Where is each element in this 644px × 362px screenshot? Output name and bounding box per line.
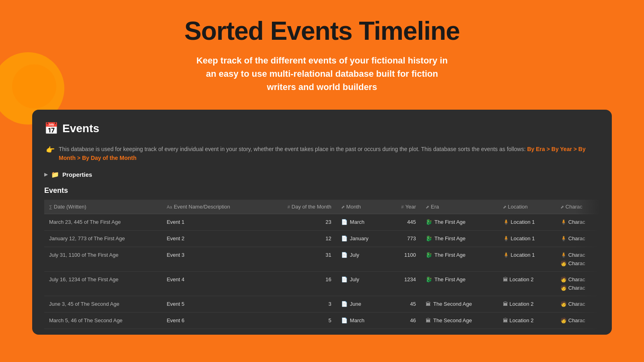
cell-era: 🐉The First Age (421, 271, 498, 296)
card-title: Events (62, 122, 99, 135)
col-name: AaEvent Name/Description (162, 200, 262, 214)
table-fade-overlay (576, 200, 600, 329)
cell-year: 46 (387, 312, 421, 329)
info-text: This database is used for keeping track … (59, 145, 598, 163)
cell-date: July 31, 1100 of The First Age (44, 247, 162, 271)
card-title-row: 📅 Events (44, 122, 600, 135)
cell-month: 📄March (336, 214, 387, 230)
cell-era: 🐉The First Age (421, 247, 498, 271)
cell-era: 🏛The Second Age (421, 312, 498, 329)
properties-label: Properties (62, 171, 92, 178)
cell-location: 🧍Location 1 (498, 247, 556, 271)
info-icon: 👉 (46, 145, 55, 154)
header: Sorted Events Timeline Keep track of the… (0, 0, 644, 106)
cell-name: Event 4 (162, 271, 262, 296)
info-box: 👉 This database is used for keeping trac… (44, 145, 600, 163)
cell-day: 23 (263, 214, 336, 230)
col-month: ⬈Month (336, 200, 387, 214)
cell-year: 445 (387, 214, 421, 230)
table-row[interactable]: July 31, 1100 of The First AgeEvent 331📄… (44, 247, 600, 271)
cell-day: 12 (263, 230, 336, 247)
cell-day: 5 (263, 312, 336, 329)
col-day: #Day of the Month (263, 200, 336, 214)
cell-month: 📄July (336, 247, 387, 271)
cell-month: 📄July (336, 271, 387, 296)
properties-toggle[interactable]: ▶ 📁 Properties (44, 171, 600, 178)
cell-month: 📄January (336, 230, 387, 247)
cell-year: 1100 (387, 247, 421, 271)
cell-day: 3 (263, 296, 336, 312)
cell-name: Event 5 (162, 296, 262, 312)
cell-month: 📄June (336, 296, 387, 312)
cell-month: 📄March (336, 312, 387, 329)
cell-date: March 5, 46 of The Second Age (44, 312, 162, 329)
cell-location: 🧍Location 1 (498, 214, 556, 230)
card-icon: 📅 (44, 122, 58, 135)
cell-location: 🏛Location 2 (498, 312, 556, 329)
properties-folder-icon: 📁 (51, 171, 59, 178)
database-card: 📅 Events 👉 This database is used for kee… (32, 110, 612, 335)
col-year: #Year (387, 200, 421, 214)
table-row[interactable]: March 23, 445 of The First AgeEvent 123📄… (44, 214, 600, 230)
col-location: ⬈Location (498, 200, 556, 214)
table-row[interactable]: January 12, 773 of The First AgeEvent 21… (44, 230, 600, 247)
cell-name: Event 1 (162, 214, 262, 230)
cell-era: 🏛The Second Age (421, 296, 498, 312)
table-row[interactable]: March 5, 46 of The Second AgeEvent 65📄Ma… (44, 312, 600, 329)
col-era: ⬈Era (421, 200, 498, 214)
properties-arrow-icon: ▶ (44, 172, 48, 177)
cell-year: 45 (387, 296, 421, 312)
table-row[interactable]: June 3, 45 of The Second AgeEvent 53📄Jun… (44, 296, 600, 312)
cell-name: Event 2 (162, 230, 262, 247)
cell-era: 🐉The First Age (421, 230, 498, 247)
cell-day: 31 (263, 247, 336, 271)
cell-era: 🐉The First Age (421, 214, 498, 230)
cell-date: March 23, 445 of The First Age (44, 214, 162, 230)
cell-name: Event 3 (162, 247, 262, 271)
page-title: Sorted Events Timeline (8, 16, 636, 46)
cell-day: 16 (263, 271, 336, 296)
cell-location: 🏛Location 2 (498, 271, 556, 296)
page-subtitle: Keep track of the different events of yo… (177, 54, 467, 94)
cell-date: June 3, 45 of The Second Age (44, 296, 162, 312)
cell-date: July 16, 1234 of The First Age (44, 271, 162, 296)
cell-location: 🏛Location 2 (498, 296, 556, 312)
col-date: ∑Date (Written) (44, 200, 162, 214)
cell-name: Event 6 (162, 312, 262, 329)
events-table: ∑Date (Written) AaEvent Name/Description… (44, 200, 600, 329)
cell-date: January 12, 773 of The First Age (44, 230, 162, 247)
events-section-title: Events (44, 186, 600, 195)
cell-year: 773 (387, 230, 421, 247)
cell-location: 🧍Location 1 (498, 230, 556, 247)
cell-year: 1234 (387, 271, 421, 296)
table-row[interactable]: July 16, 1234 of The First AgeEvent 416📄… (44, 271, 600, 296)
table-header-row: ∑Date (Written) AaEvent Name/Description… (44, 200, 600, 214)
events-table-container: ∑Date (Written) AaEvent Name/Description… (44, 200, 600, 329)
